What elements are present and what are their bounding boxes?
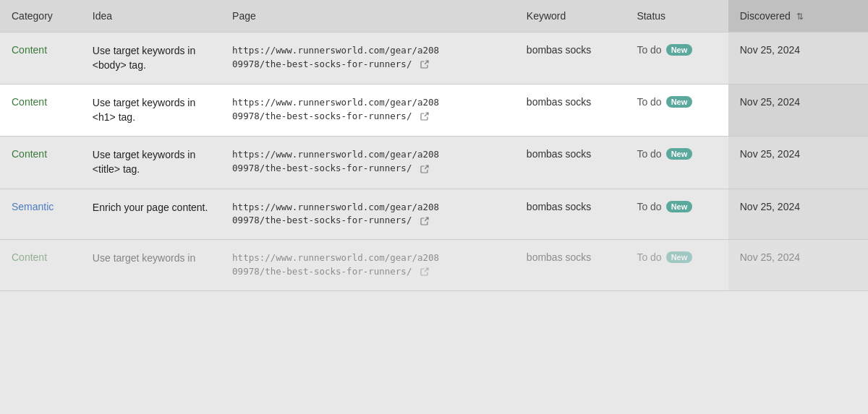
status-text: To do — [637, 96, 661, 108]
new-badge: New — [666, 148, 693, 160]
idea-cell: Use target keywords in <body> tag. — [81, 33, 221, 85]
category-label: Content — [12, 251, 47, 263]
table-header-row: Category Idea Page Keyword Status Discov… — [0, 0, 868, 33]
status-cell: To doNew — [625, 240, 728, 291]
category-cell: Content — [0, 137, 81, 189]
new-badge: New — [666, 96, 693, 108]
keyword-text: bombas socks — [527, 148, 591, 160]
external-link-icon — [420, 112, 429, 121]
category-cell: Content — [0, 85, 81, 137]
keyword-cell: bombas socks — [515, 33, 626, 85]
category-cell: Semantic — [0, 189, 81, 240]
discovered-date: Nov 25, 2024 — [740, 251, 800, 263]
external-link-icon — [420, 60, 429, 69]
status-text: To do — [637, 201, 661, 212]
page-cell: https://www.runnersworld.com/gear/a20809… — [221, 189, 515, 240]
status-cell: To doNew — [625, 189, 728, 240]
page-cell: https://www.runnersworld.com/gear/a20809… — [221, 85, 515, 137]
idea-cell: Use target keywords in <h1> tag. — [81, 85, 221, 137]
idea-text: Use target keywords in <body> tag. — [93, 45, 195, 71]
new-badge: New — [666, 251, 693, 263]
category-label: Content — [12, 96, 47, 108]
status-cell: To doNew — [625, 85, 728, 137]
external-link-icon — [420, 267, 429, 276]
keyword-cell: bombas socks — [515, 137, 626, 189]
header-status: Status — [625, 0, 728, 33]
table-row: ContentUse target keywords in <body> tag… — [0, 33, 868, 85]
header-page: Page — [221, 0, 515, 33]
idea-text: Use target keywords in <title> tag. — [93, 149, 195, 175]
discovered-date: Nov 25, 2024 — [740, 148, 800, 160]
table-row: SemanticEnrich your page content.https:/… — [0, 189, 868, 240]
external-link-icon — [420, 165, 429, 173]
discovered-cell: Nov 25, 2024 — [728, 33, 868, 85]
category-label: Content — [12, 44, 47, 56]
discovered-cell: Nov 25, 2024 — [728, 85, 868, 137]
keyword-text: bombas socks — [527, 44, 591, 56]
keyword-text: bombas socks — [527, 251, 591, 263]
page-cell: https://www.runnersworld.com/gear/a20809… — [221, 240, 515, 291]
keyword-cell: bombas socks — [515, 85, 626, 137]
table-row: ContentUse target keywords inhttps://www… — [0, 240, 868, 291]
table-container: Category Idea Page Keyword Status Discov… — [0, 0, 868, 291]
header-discovered[interactable]: Discovered ⇅ — [728, 0, 868, 33]
new-badge: New — [666, 44, 693, 56]
header-keyword: Keyword — [515, 0, 626, 33]
idea-text: Enrich your page content. — [93, 202, 208, 213]
table-row: ContentUse target keywords in <h1> tag.h… — [0, 85, 868, 137]
ideas-table: Category Idea Page Keyword Status Discov… — [0, 0, 868, 291]
sort-icon: ⇅ — [796, 12, 804, 22]
discovered-date: Nov 25, 2024 — [740, 96, 800, 108]
category-label: Semantic — [12, 201, 54, 212]
page-cell: https://www.runnersworld.com/gear/a20809… — [221, 137, 515, 189]
discovered-date: Nov 25, 2024 — [740, 44, 800, 56]
keyword-text: bombas socks — [527, 96, 591, 108]
header-category: Category — [0, 0, 81, 33]
keyword-cell: bombas socks — [515, 240, 626, 291]
keyword-cell: bombas socks — [515, 189, 626, 240]
idea-text: Use target keywords in — [93, 252, 195, 264]
category-label: Content — [12, 148, 47, 160]
status-text: To do — [637, 148, 661, 160]
discovered-cell: Nov 25, 2024 — [728, 189, 868, 240]
header-idea: Idea — [81, 0, 221, 33]
page-cell: https://www.runnersworld.com/gear/a20809… — [221, 33, 515, 85]
discovered-cell: Nov 25, 2024 — [728, 240, 868, 291]
discovered-cell: Nov 25, 2024 — [728, 137, 868, 189]
status-cell: To doNew — [625, 137, 728, 189]
table-row: ContentUse target keywords in <title> ta… — [0, 137, 868, 189]
idea-text: Use target keywords in <h1> tag. — [93, 97, 195, 123]
category-cell: Content — [0, 240, 81, 291]
idea-cell: Use target keywords in <title> tag. — [81, 137, 221, 189]
external-link-icon — [420, 217, 429, 225]
new-badge: New — [666, 201, 693, 212]
idea-cell: Enrich your page content. — [81, 189, 221, 240]
status-text: To do — [637, 251, 661, 263]
status-text: To do — [637, 44, 661, 56]
status-cell: To doNew — [625, 33, 728, 85]
idea-cell: Use target keywords in — [81, 240, 221, 291]
keyword-text: bombas socks — [527, 201, 591, 212]
category-cell: Content — [0, 33, 81, 85]
discovered-date: Nov 25, 2024 — [740, 201, 800, 212]
